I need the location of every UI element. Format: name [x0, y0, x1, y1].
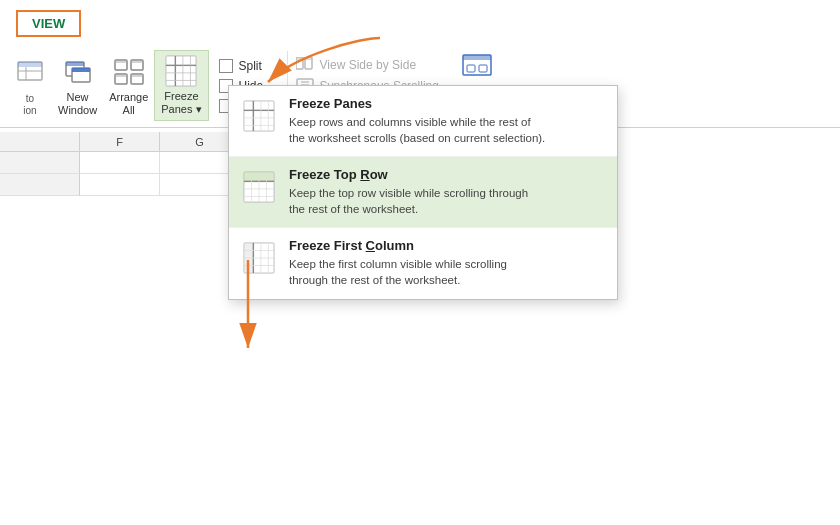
- new-window-label: NewWindow: [58, 91, 97, 117]
- freeze-panes-menu-text: Freeze Panes Keep rows and columns visib…: [289, 96, 605, 146]
- new-window-icon: [62, 56, 94, 88]
- freeze-panes-dropdown: Freeze Panes Keep rows and columns visib…: [228, 85, 618, 300]
- freeze-panes-menu-desc: Keep rows and columns visible while the …: [289, 114, 605, 146]
- split-button[interactable]: Split: [215, 57, 281, 75]
- svg-rect-9: [115, 60, 127, 63]
- svg-rect-24: [296, 57, 303, 60]
- freeze-top-row-icon: [241, 169, 277, 205]
- side-by-side-icon: [296, 56, 314, 74]
- freeze-first-col-title: Freeze First Column: [289, 238, 605, 253]
- col-header-f: F: [80, 132, 160, 152]
- new-window-button[interactable]: NewWindow: [52, 52, 103, 121]
- freeze-first-column-icon: [241, 240, 277, 276]
- freeze-panes-menu-title: Freeze Panes: [289, 96, 605, 111]
- freeze-top-row-title: Freeze Top Row: [289, 167, 605, 182]
- arrange-all-label: ArrangeAll: [109, 91, 148, 117]
- svg-rect-35: [467, 65, 475, 72]
- svg-rect-37: [244, 101, 274, 131]
- freeze-first-column-menu-text: Freeze First Column Keep the first colum…: [289, 238, 605, 288]
- freeze-top-row-menu-text: Freeze Top Row Keep the top row visible …: [289, 167, 605, 217]
- svg-rect-5: [66, 62, 84, 66]
- svg-rect-16: [166, 56, 196, 86]
- arrange-icon: [113, 56, 145, 88]
- freeze-icon: [165, 55, 197, 87]
- split-checkbox: [219, 59, 233, 73]
- view-tab[interactable]: VIEW: [16, 10, 81, 37]
- svg-rect-1: [18, 62, 42, 67]
- svg-rect-13: [115, 74, 127, 77]
- normal-label: toion: [23, 93, 36, 117]
- freeze-panes-button[interactable]: FreezePanes ▾: [154, 50, 208, 121]
- normal-button[interactable]: toion: [8, 54, 52, 121]
- split-label: Split: [239, 59, 262, 73]
- normal-icon: [14, 58, 46, 90]
- view-side-by-side-button[interactable]: View Side by Side: [296, 56, 443, 74]
- freeze-panes-label: FreezePanes ▾: [161, 90, 201, 116]
- svg-rect-34: [463, 55, 491, 60]
- freeze-panes-menu-icon: [241, 98, 277, 134]
- arrange-all-button[interactable]: ArrangeAll: [103, 52, 154, 121]
- freeze-panes-menu-item[interactable]: Freeze Panes Keep rows and columns visib…: [229, 86, 617, 157]
- freeze-top-row-menu-item[interactable]: Freeze Top Row Keep the top row visible …: [229, 157, 617, 228]
- switch-window-icon window-icon: [461, 51, 495, 86]
- svg-rect-26: [305, 57, 312, 60]
- svg-rect-36: [479, 65, 487, 72]
- svg-rect-15: [131, 74, 143, 77]
- svg-rect-11: [131, 60, 143, 63]
- freeze-first-col-desc: Keep the first column visible while scro…: [289, 256, 605, 288]
- svg-rect-7: [72, 68, 90, 72]
- freeze-first-column-menu-item[interactable]: Freeze First Column Keep the first colum…: [229, 228, 617, 298]
- freeze-top-row-desc: Keep the top row visible while scrolling…: [289, 185, 605, 217]
- view-side-by-side-label: View Side by Side: [320, 58, 417, 72]
